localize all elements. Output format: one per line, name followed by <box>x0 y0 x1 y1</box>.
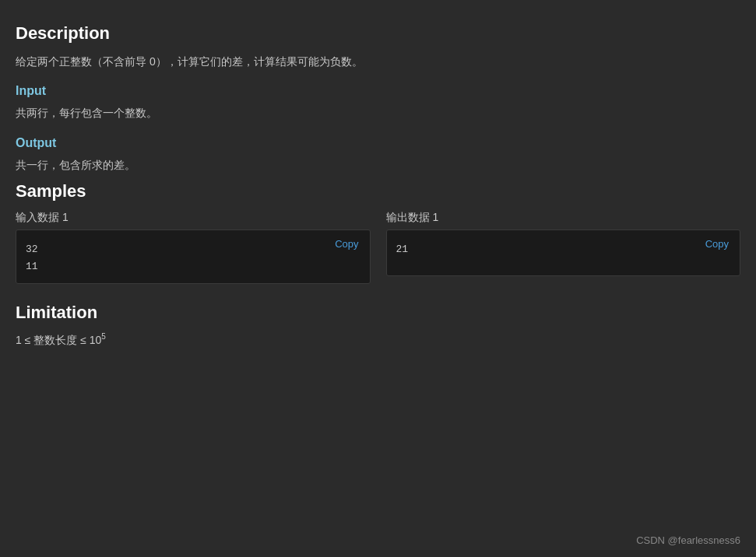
description-title: Description <box>16 23 740 44</box>
input-line-1: 32 <box>26 241 360 258</box>
input-sample-label: 输入数据 1 <box>16 211 371 225</box>
limitation-section: Limitation 1 ≤ 整数长度 ≤ 105 <box>16 303 740 348</box>
output-title: Output <box>16 136 740 150</box>
input-title: Input <box>16 84 740 98</box>
description-section: Description 给定两个正整数（不含前导 0），计算它们的差，计算结果可… <box>16 23 740 70</box>
description-content: 给定两个正整数（不含前导 0），计算它们的差，计算结果可能为负数。 <box>16 53 740 70</box>
output-code-content: 21 <box>396 241 731 258</box>
limitation-superscript: 5 <box>101 332 106 341</box>
output-line-1: 21 <box>396 241 731 258</box>
input-code-content: 32 11 <box>26 241 360 275</box>
input-section: Input 共两行，每行包含一个整数。 <box>16 84 740 121</box>
input-content: 共两行，每行包含一个整数。 <box>16 104 740 121</box>
footer-credit: CSDN @fearlessness6 <box>636 534 740 546</box>
limitation-title: Limitation <box>16 303 740 323</box>
output-code-box: Copy 21 <box>386 229 741 276</box>
input-code-box: Copy 32 11 <box>16 229 371 284</box>
samples-section: Samples 输入数据 1 Copy 32 11 输出数据 1 Copy 21 <box>16 181 740 284</box>
input-sample-block: 输入数据 1 Copy 32 11 <box>16 211 371 284</box>
samples-container: 输入数据 1 Copy 32 11 输出数据 1 Copy 21 <box>16 211 740 284</box>
input-line-2: 11 <box>26 258 360 275</box>
output-copy-button[interactable]: Copy <box>702 236 732 251</box>
limitation-text-before: 1 ≤ 整数长度 ≤ 10 <box>16 334 101 346</box>
output-sample-block: 输出数据 1 Copy 21 <box>386 211 741 284</box>
output-content: 共一行，包含所求的差。 <box>16 156 740 173</box>
output-section: Output 共一行，包含所求的差。 <box>16 136 740 173</box>
limitation-text: 1 ≤ 整数长度 ≤ 105 <box>16 332 740 348</box>
output-sample-label: 输出数据 1 <box>386 211 741 225</box>
samples-title: Samples <box>16 181 740 201</box>
input-copy-button[interactable]: Copy <box>332 236 361 251</box>
